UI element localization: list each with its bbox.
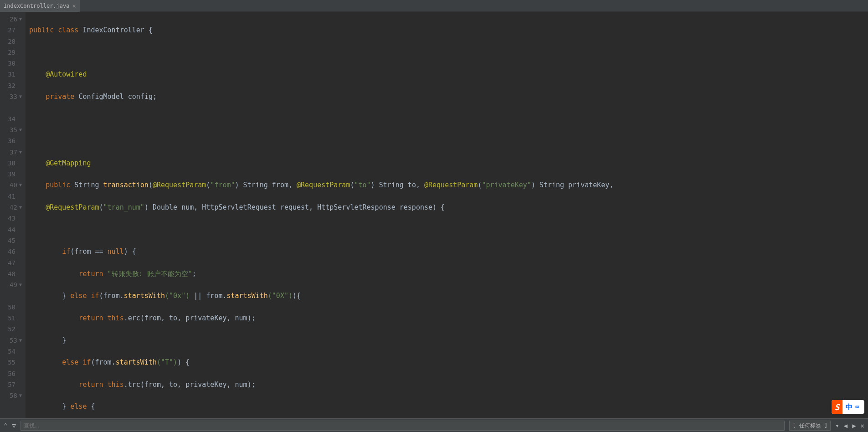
next-icon[interactable]: ▶ — [852, 422, 856, 429]
tag-selector[interactable]: [ 任何标签 ] — [789, 421, 831, 431]
close-icon[interactable]: × — [72, 2, 76, 10]
line-gutter: 26▼27282930313233▼3435▼3637▼383940▼4142▼… — [0, 12, 26, 418]
prev-icon[interactable]: ◀ — [844, 422, 847, 429]
filter-icon[interactable]: ▽ — [12, 422, 15, 429]
chevron-up-icon[interactable]: ⌃ — [4, 422, 7, 429]
search-input[interactable] — [21, 421, 785, 431]
ime-logo-icon: S — [832, 400, 842, 414]
editor: 26▼27282930313233▼3435▼3637▼383940▼4142▼… — [0, 12, 868, 418]
tab-title: IndexController.java — [4, 3, 70, 9]
file-tab[interactable]: IndexController.java × — [0, 0, 80, 12]
code-area[interactable]: public class IndexController { @Autowire… — [26, 12, 868, 418]
ime-lang: 中 — [842, 403, 855, 411]
ime-indicator[interactable]: S 中 ⌨ — [832, 400, 864, 414]
chevron-down-icon[interactable]: ▾ — [835, 422, 839, 429]
search-bar: ⌃ ▽ [ 任何标签 ] ▾ ◀ ▶ ✕ — [0, 418, 868, 432]
close-search-icon[interactable]: ✕ — [861, 422, 864, 429]
tab-bar: IndexController.java × — [0, 0, 868, 12]
keyboard-icon: ⌨ — [855, 403, 864, 411]
